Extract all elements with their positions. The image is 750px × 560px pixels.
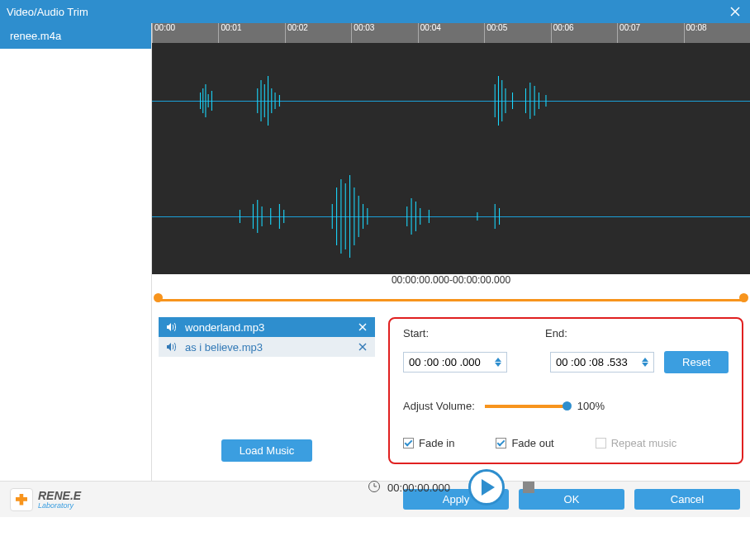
range-slider[interactable] [155, 291, 747, 314]
time-ruler: 00:00 00:01 00:02 00:03 00:04 00:05 00:0… [152, 23, 750, 43]
repeat-music-checkbox: Repeat music [596, 437, 676, 449]
volume-thumb[interactable] [562, 401, 572, 411]
window-title: Video/Audio Trim [7, 6, 88, 18]
ruler-tick: 00:02 [285, 23, 351, 43]
spinner-icon[interactable] [495, 358, 501, 367]
sidebar: renee.m4a [0, 23, 152, 481]
music-panel: wonderland.mp3 as i believe.mp3 Load Mus… [159, 317, 375, 464]
playback-time-value: 00:00:00.000 [387, 482, 450, 494]
music-row[interactable]: wonderland.mp3 [159, 317, 375, 337]
music-name: as i believe.mp3 [185, 341, 350, 354]
ruler-tick: 00:04 [418, 23, 484, 43]
playbar: 00:00:00.000 [152, 464, 750, 510]
fade-out-label: Fade out [511, 437, 553, 449]
clock-icon [368, 480, 381, 496]
volume-slider[interactable] [485, 405, 567, 408]
volume-label: Adjust Volume: [403, 400, 475, 412]
repeat-label: Repeat music [611, 437, 676, 449]
spinner-icon[interactable] [642, 358, 648, 367]
range-label: 00:00:00.000-00:00:00.000 [152, 274, 750, 286]
speaker-icon [165, 340, 178, 354]
music-list: wonderland.mp3 as i believe.mp3 [159, 317, 375, 357]
checkbox-icon [596, 438, 606, 448]
play-icon [482, 479, 495, 496]
checkbox-icon [496, 438, 506, 448]
brand-name: RENE.E [38, 490, 81, 501]
trim-controls: Start: End: 00 :00 :00 .000 00 :00 :08 .… [388, 317, 743, 464]
volume-value: 100% [577, 400, 605, 412]
ruler-tick: 00:05 [484, 23, 550, 43]
content: renee.m4a 00:00 00:01 00:02 00:03 00:04 … [0, 23, 750, 481]
lower-panel: wonderland.mp3 as i believe.mp3 Load Mus… [152, 314, 750, 464]
ruler-tick: 00:01 [218, 23, 284, 43]
play-button[interactable] [468, 469, 505, 505]
range-handle-start[interactable] [154, 293, 163, 302]
start-label: Start: [403, 327, 444, 339]
music-name: wonderland.mp3 [185, 321, 350, 334]
fade-in-label: Fade in [419, 437, 454, 449]
stop-button[interactable] [523, 482, 534, 493]
sidebar-item-file[interactable]: renee.m4a [0, 23, 151, 49]
fade-out-checkbox[interactable]: Fade out [496, 437, 553, 449]
reset-button[interactable]: Reset [664, 351, 729, 373]
ruler-tick: 00:06 [551, 23, 617, 43]
remove-icon[interactable] [357, 321, 368, 333]
sidebar-item-label: renee.m4a [10, 30, 61, 42]
load-music-button[interactable]: Load Music [221, 439, 312, 462]
start-time-value: 00 :00 :00 .000 [409, 356, 481, 368]
main: 00:00 00:01 00:02 00:03 00:04 00:05 00:0… [152, 23, 750, 481]
brand-sub: Laboratory [38, 501, 81, 510]
fade-in-checkbox[interactable]: Fade in [403, 437, 454, 449]
end-time-value: 00 :00 :08 .533 [556, 356, 628, 368]
start-time-input[interactable]: 00 :00 :00 .000 [403, 352, 507, 373]
ruler-tick: 00:00 [152, 23, 218, 43]
logo-icon [10, 488, 33, 511]
end-label: End: [545, 327, 586, 339]
remove-icon[interactable] [357, 341, 368, 353]
close-icon[interactable] [729, 5, 742, 18]
end-time-input[interactable]: 00 :00 :08 .533 [550, 352, 654, 373]
waveform-channel-right[interactable] [152, 159, 750, 274]
ruler-tick: 00:03 [351, 23, 417, 43]
titlebar: Video/Audio Trim [0, 0, 750, 23]
playback-time: 00:00:00.000 [368, 480, 450, 496]
speaker-icon [165, 320, 178, 334]
brand-logo: RENE.E Laboratory [10, 488, 81, 511]
range-handle-end[interactable] [739, 293, 748, 302]
ruler-tick: 00:08 [684, 23, 750, 43]
music-row[interactable]: as i believe.mp3 [159, 337, 375, 357]
checkbox-icon [403, 438, 414, 448]
ruler-tick: 00:07 [617, 23, 683, 43]
waveform-channel-left[interactable] [152, 43, 750, 159]
